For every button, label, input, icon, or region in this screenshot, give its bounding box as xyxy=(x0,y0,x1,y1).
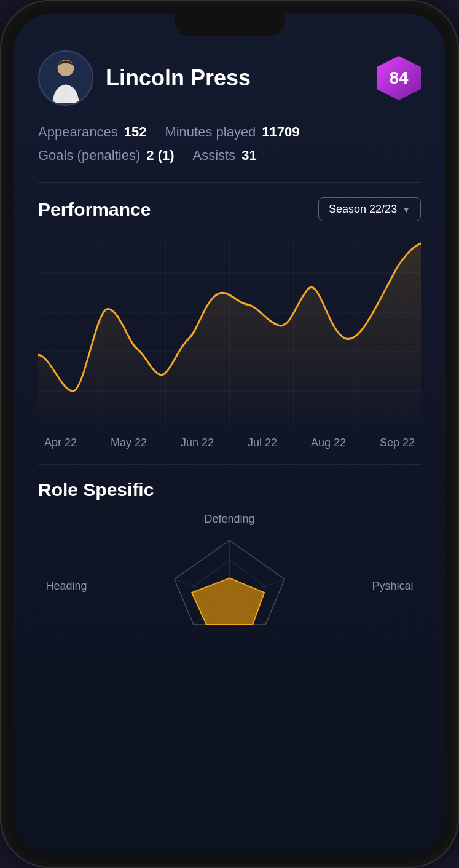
divider-2 xyxy=(38,464,421,465)
performance-title: Performance xyxy=(38,199,151,220)
appearances-label: Appearances xyxy=(38,124,118,140)
x-label-jul: Jul 22 xyxy=(248,436,277,449)
notch xyxy=(175,14,285,36)
avatar xyxy=(38,50,93,106)
performance-chart xyxy=(38,234,421,430)
role-specific-section: Role Spesific Defending Heading Pyshical xyxy=(38,479,421,673)
player-name: Lincoln Press xyxy=(106,65,377,91)
minutes-value: 11709 xyxy=(262,124,299,140)
stats-row-goals: Goals (penalties) 2 (1) Assists 31 xyxy=(38,148,421,164)
radar-label-heading: Heading xyxy=(45,580,87,593)
phone-screen: Lincoln Press 84 Appearances 152 Minutes… xyxy=(14,14,445,854)
minutes-label: Minutes played xyxy=(165,124,256,140)
x-axis-labels: Apr 22 May 22 Jun 22 Jul 22 Aug 22 Sep 2… xyxy=(38,436,421,449)
screen-content: Lincoln Press 84 Appearances 152 Minutes… xyxy=(14,14,445,854)
x-label-apr: Apr 22 xyxy=(44,436,77,449)
goals-value: 2 (1) xyxy=(146,148,174,164)
rating-badge: 84 xyxy=(377,56,421,100)
avatar-image xyxy=(39,50,92,105)
chart-svg xyxy=(38,234,421,430)
header: Lincoln Press 84 xyxy=(38,50,421,106)
assists-value: 31 xyxy=(241,148,256,164)
performance-section: Performance Season 22/23 ▼ xyxy=(38,197,421,449)
role-specific-header: Role Spesific xyxy=(38,479,421,500)
radar-chart: Defending Heading Pyshical xyxy=(38,513,421,673)
season-selector[interactable]: Season 22/23 ▼ xyxy=(318,197,421,221)
radar-label-defending: Defending xyxy=(204,513,254,526)
x-label-aug: Aug 22 xyxy=(311,436,346,449)
season-label: Season 22/23 xyxy=(329,203,397,216)
appearances-value: 152 xyxy=(124,124,147,140)
rating-value: 84 xyxy=(389,68,408,88)
role-specific-title: Role Spesific xyxy=(38,479,154,500)
x-label-jun: Jun 22 xyxy=(181,436,214,449)
stats-row-appearances: Appearances 152 Minutes played 11709 xyxy=(38,124,421,140)
assists-label: Assists xyxy=(193,148,236,164)
phone-frame: Lincoln Press 84 Appearances 152 Minutes… xyxy=(0,0,459,868)
radar-label-physical: Pyshical xyxy=(372,580,414,593)
stats-section: Appearances 152 Minutes played 11709 Goa… xyxy=(38,124,421,164)
x-label-may: May 22 xyxy=(111,436,147,449)
radar-labels: Defending Heading Pyshical xyxy=(38,513,421,673)
performance-header: Performance Season 22/23 ▼ xyxy=(38,197,421,221)
goals-label: Goals (penalties) xyxy=(38,148,140,164)
divider-1 xyxy=(38,182,421,183)
chevron-down-icon: ▼ xyxy=(402,205,410,215)
x-label-sep: Sep 22 xyxy=(380,436,415,449)
